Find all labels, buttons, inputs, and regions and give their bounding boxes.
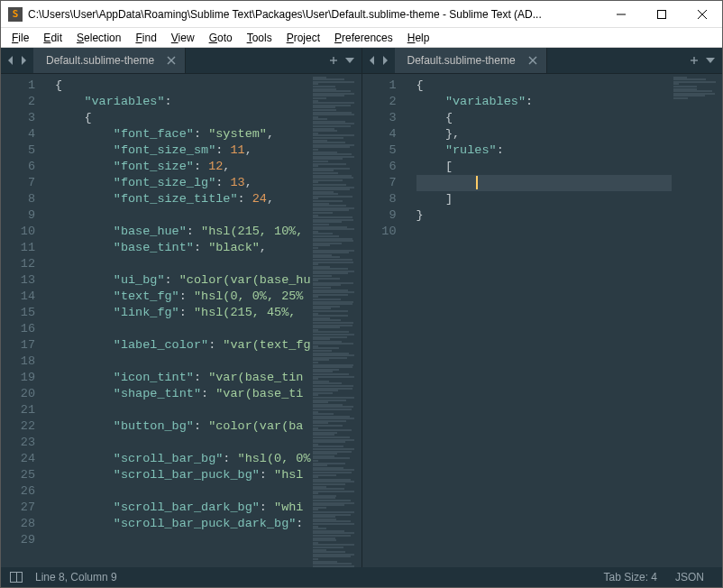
minimize-button[interactable] xyxy=(600,1,641,27)
menu-selection[interactable]: Selection xyxy=(69,30,128,46)
tab-dropdown-icon[interactable] xyxy=(345,56,354,65)
tab-back-icon xyxy=(368,56,377,65)
tab-forward-icon xyxy=(380,56,389,65)
menu-preferences[interactable]: Preferences xyxy=(327,30,400,46)
tab-label: Default.sublime-theme xyxy=(46,54,154,67)
menu-project[interactable]: Project xyxy=(279,30,327,46)
menu-help[interactable]: Help xyxy=(400,30,437,46)
menu-edit[interactable]: Edit xyxy=(36,30,69,46)
menu-file[interactable]: File xyxy=(5,30,36,46)
tabbar-right: Default.sublime-theme xyxy=(362,48,723,74)
window-title: C:\Users\User\AppData\Roaming\Sublime Te… xyxy=(28,8,600,21)
tab-actions-left xyxy=(322,48,362,73)
menu-view[interactable]: View xyxy=(164,30,202,46)
tabbar-left: Default.sublime-theme xyxy=(1,48,362,74)
maximize-button[interactable] xyxy=(641,1,682,27)
minimap-right[interactable] xyxy=(672,74,722,567)
status-position[interactable]: Line 8, Column 9 xyxy=(26,571,126,583)
menu-goto[interactable]: Goto xyxy=(202,30,240,46)
status-tab-size[interactable]: Tab Size: 4 xyxy=(595,571,666,583)
new-tab-icon[interactable] xyxy=(690,56,699,65)
tab-active-right[interactable]: Default.sublime-theme xyxy=(395,48,547,73)
tab-back-icon xyxy=(6,56,15,65)
status-syntax[interactable]: JSON xyxy=(666,571,713,583)
gutter-left: 1234567891011121314151617181920212223242… xyxy=(1,74,48,567)
tab-label: Default.sublime-theme xyxy=(407,54,516,67)
minimap-left[interactable] xyxy=(311,74,362,567)
close-button[interactable] xyxy=(682,1,722,27)
window-controls xyxy=(600,1,722,27)
app-icon: S xyxy=(8,7,23,22)
tab-close-icon[interactable] xyxy=(528,56,537,65)
code-area-right[interactable]: 12345678910 { "variables": { }, "rules":… xyxy=(362,74,723,567)
tab-forward-icon xyxy=(19,56,28,65)
code-area-left[interactable]: 1234567891011121314151617181920212223242… xyxy=(1,74,362,567)
tab-close-icon[interactable] xyxy=(167,56,176,65)
titlebar: S C:\Users\User\AppData\Roaming\Sublime … xyxy=(1,1,722,28)
pane-left: Default.sublime-theme 123456789101112131… xyxy=(1,48,362,567)
tab-history-nav[interactable] xyxy=(1,48,33,73)
gutter-right: 12345678910 xyxy=(362,74,409,567)
tab-actions-right xyxy=(682,48,722,73)
tab-dropdown-icon[interactable] xyxy=(706,56,715,65)
tab-history-nav[interactable] xyxy=(362,48,395,73)
menubar: FileEditSelectionFindViewGotoToolsProjec… xyxy=(1,28,722,48)
svg-rect-1 xyxy=(657,10,665,18)
statusbar: Line 8, Column 9 Tab Size: 4 JSON xyxy=(1,567,722,587)
panel-switcher-icon[interactable] xyxy=(10,572,23,583)
pane-right: Default.sublime-theme 12345678910 { "var… xyxy=(362,48,723,567)
new-tab-icon[interactable] xyxy=(329,56,338,65)
menu-find[interactable]: Find xyxy=(128,30,163,46)
editor-area: Default.sublime-theme 123456789101112131… xyxy=(1,48,722,567)
tab-active-left[interactable]: Default.sublime-theme xyxy=(33,48,186,73)
menu-tools[interactable]: Tools xyxy=(240,30,279,46)
